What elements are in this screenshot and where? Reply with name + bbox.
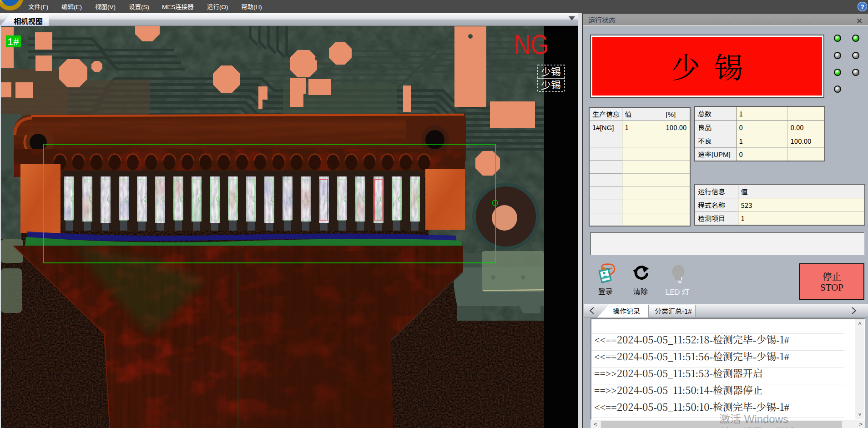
svg-text:?: ? bbox=[860, 3, 864, 10]
svg-text:1#: 1# bbox=[7, 37, 19, 48]
svg-text:少锡: 少锡 bbox=[541, 64, 561, 78]
svg-text:少锡: 少锡 bbox=[541, 77, 561, 91]
svg-text:NG: NG bbox=[514, 29, 549, 60]
